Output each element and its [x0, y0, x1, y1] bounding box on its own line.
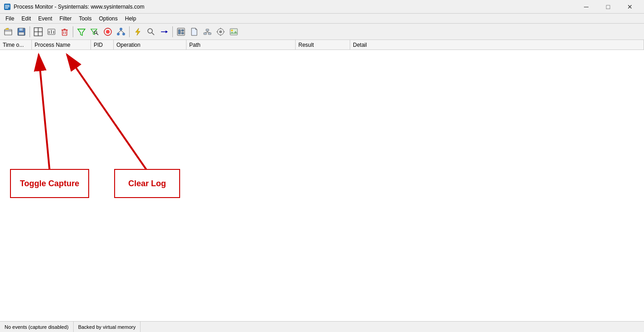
filter-edit-icon	[90, 27, 99, 36]
col-time[interactable]: Time o...	[0, 40, 32, 50]
image-activity-button[interactable]	[227, 25, 240, 38]
col-process[interactable]: Process Name	[32, 40, 91, 50]
clear-log-annotation: Clear Log	[114, 169, 180, 198]
hand-icon	[47, 27, 56, 36]
window-title: Process Monitor - Sysinternals: www.sysi…	[14, 4, 144, 10]
highlight-icon	[103, 27, 112, 36]
process-activity-button[interactable]	[214, 25, 227, 38]
menu-bar: File Edit Event Filter Tools Options Hel…	[0, 14, 644, 24]
clear-log-button[interactable]	[58, 25, 71, 38]
menu-filter[interactable]: Filter	[56, 14, 75, 23]
jump-icon	[160, 27, 169, 36]
status-events: No events (capture disabled)	[0, 322, 74, 332]
svg-rect-35	[178, 30, 181, 34]
svg-point-24	[120, 28, 122, 30]
svg-rect-50	[230, 29, 237, 35]
sep-1	[30, 26, 30, 37]
svg-line-53	[39, 55, 50, 170]
jump-button[interactable]	[158, 25, 171, 38]
svg-marker-33	[166, 30, 168, 33]
find-button[interactable]	[145, 25, 157, 38]
sep-4	[172, 26, 173, 37]
svg-point-25	[117, 33, 120, 35]
app-icon	[4, 3, 11, 10]
main-content: Toggle Capture Clear Log	[0, 50, 644, 321]
status-memory: Backed by virtual memory	[74, 322, 141, 332]
svg-point-23	[106, 30, 110, 34]
save-icon	[17, 27, 26, 36]
svg-line-31	[152, 33, 154, 35]
filter-icon	[77, 27, 86, 36]
close-button[interactable]: ✕	[619, 0, 640, 14]
image-icon	[229, 27, 238, 36]
registry-icon	[176, 27, 186, 36]
minimize-button[interactable]: ─	[576, 0, 597, 14]
svg-rect-4	[5, 30, 12, 35]
search-icon	[146, 27, 156, 36]
registry-button[interactable]	[175, 25, 187, 38]
svg-rect-40	[206, 29, 209, 31]
title-bar-controls: ─ □ ✕	[576, 0, 640, 14]
capture-toggle-button[interactable]	[32, 25, 45, 38]
col-operation[interactable]: Operation	[114, 40, 186, 50]
sep-3	[129, 26, 130, 37]
menu-file[interactable]: File	[2, 14, 18, 23]
svg-rect-39	[208, 33, 211, 35]
svg-point-51	[231, 30, 233, 31]
open-icon	[4, 27, 13, 36]
process-tree-icon	[116, 27, 126, 36]
svg-marker-29	[136, 28, 140, 35]
arrows-overlay	[0, 50, 644, 321]
svg-rect-38	[204, 33, 206, 35]
svg-rect-7	[19, 32, 24, 35]
menu-event[interactable]: Event	[35, 14, 56, 23]
capture-icon	[34, 27, 43, 36]
network-activity-button[interactable]	[201, 25, 214, 38]
highlight-button[interactable]	[101, 25, 114, 38]
col-path[interactable]: Path	[186, 40, 296, 50]
maximize-button[interactable]: □	[598, 0, 619, 14]
save-button[interactable]	[15, 25, 28, 38]
svg-line-27	[118, 30, 121, 33]
col-detail[interactable]: Detail	[350, 40, 644, 50]
svg-line-54	[67, 55, 147, 170]
title-bar: Process Monitor - Sysinternals: www.sysi…	[0, 0, 644, 14]
network-icon	[203, 27, 212, 36]
file-activity-button[interactable]	[188, 25, 201, 38]
svg-point-45	[219, 30, 222, 33]
svg-rect-36	[181, 30, 184, 31]
menu-tools[interactable]: Tools	[75, 14, 95, 23]
svg-point-30	[148, 29, 152, 33]
open-button[interactable]	[2, 25, 15, 38]
column-headers: Time o... Process Name PID Operation Pat…	[0, 40, 644, 50]
sep-2	[73, 26, 73, 37]
svg-rect-1	[5, 5, 10, 6]
process-icon	[216, 27, 225, 36]
toggle-capture-annotation: Toggle Capture	[10, 169, 89, 198]
filter-edit-button[interactable]	[88, 25, 101, 38]
menu-edit[interactable]: Edit	[18, 14, 35, 23]
svg-rect-8	[22, 29, 23, 30]
trash-icon	[60, 27, 69, 36]
filter-button[interactable]	[75, 25, 88, 38]
col-result[interactable]: Result	[296, 40, 350, 50]
file-icon	[190, 27, 199, 36]
svg-rect-37	[181, 32, 184, 34]
process-tree-button[interactable]	[115, 25, 127, 38]
title-bar-left: Process Monitor - Sysinternals: www.sysi…	[4, 3, 144, 10]
enable-events-button[interactable]	[131, 25, 144, 38]
svg-rect-13	[62, 30, 67, 35]
toolbar	[0, 24, 644, 40]
pause-button[interactable]	[45, 25, 58, 38]
status-bar: No events (capture disabled) Backed by v…	[0, 321, 644, 332]
svg-rect-2	[5, 6, 10, 7]
svg-rect-3	[5, 8, 8, 9]
menu-help[interactable]: Help	[121, 14, 140, 23]
svg-marker-18	[78, 29, 85, 35]
lightning-icon	[133, 27, 142, 36]
col-pid[interactable]: PID	[91, 40, 114, 50]
menu-options[interactable]: Options	[95, 14, 121, 23]
svg-point-26	[122, 33, 125, 35]
svg-line-28	[121, 30, 124, 33]
